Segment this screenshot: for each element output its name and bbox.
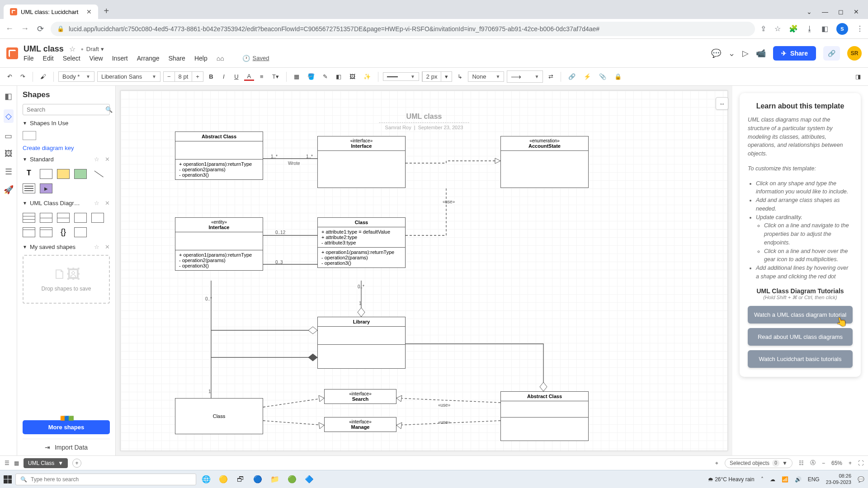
taskbar-edge-icon[interactable]: 🔵 [251,473,264,486]
rail-data-icon[interactable]: ☰ [5,167,12,177]
downloads-icon[interactable]: ⭳ [806,25,813,33]
saved-shapes-dropzone[interactable]: 🗋🖼 Drop shapes to save [23,255,110,304]
link-icon[interactable]: 🔗 [566,71,578,82]
create-diagram-key-link[interactable]: Create diagram key [23,145,110,151]
zoom-out-icon[interactable]: − [822,460,825,466]
pin-icon[interactable]: ☆ [94,156,99,163]
font-name-select[interactable]: Liberation Sans▼ [97,71,160,82]
marketplace-icon[interactable]: ⌂⌂ [217,55,224,62]
canvas-resize-handle[interactable]: ↔ [716,97,728,110]
panels-toggle-icon[interactable]: ◨ [853,71,863,82]
shape-package-2[interactable] [40,227,52,237]
taskbar-cortana-icon[interactable]: 🟡 [217,473,230,486]
search-icon[interactable]: 🔍 [105,106,113,113]
font-size-stepper[interactable]: − 8 pt + [163,71,203,82]
shape-text[interactable]: T [23,169,35,179]
section-standard[interactable]: ▼Standard ☆ ✕ [23,156,110,163]
increase-icon[interactable]: + [192,72,203,81]
saved-indicator[interactable]: 🕐 Saved [242,55,269,62]
weather-widget[interactable]: 🌧 26°C Heavy rain [708,476,755,483]
add-page-button[interactable]: + [72,459,81,468]
tray-volume-icon[interactable]: 🔊 [795,476,802,483]
menu-insert[interactable]: Insert [112,55,128,62]
bookmark-star-icon[interactable]: ☆ [774,24,781,33]
kebab-menu-icon[interactable]: ⋮ [856,24,863,33]
pin-icon[interactable]: ☆ [94,200,99,206]
bucket-icon[interactable]: 🪣 [305,71,317,82]
menu-view[interactable]: View [90,55,103,62]
selected-objects-pill[interactable]: Selected objects 0 ▼ [725,458,793,468]
zoom-in-icon[interactable]: + [849,460,852,466]
menu-edit[interactable]: Edit [43,55,54,62]
menu-help[interactable]: Help [194,55,208,62]
node-entity-interface[interactable]: «entity»Interface + operation1(params):r… [175,217,263,271]
node-library[interactable]: Library [317,317,406,369]
diagram-key-swatch[interactable] [23,131,36,140]
comment-icon[interactable]: 💬 [711,48,721,58]
tray-language[interactable]: ENG [808,476,820,483]
fullscreen-icon[interactable]: ⛶ [858,460,863,466]
shape-rect[interactable] [40,169,52,179]
window-close-icon[interactable]: ✕ [854,8,859,15]
image-icon[interactable]: 🖼 [347,71,358,82]
rail-panel-icon[interactable]: ◧ [5,91,12,101]
italic-button[interactable]: I [219,71,229,82]
bold-button[interactable]: B [206,71,216,82]
shape-list[interactable] [23,183,35,193]
new-tab-button[interactable]: + [104,6,109,16]
line-width-stepper[interactable]: 2 px ▾ [422,71,453,82]
lucidchart-logo[interactable] [6,47,18,59]
close-section-icon[interactable]: ✕ [105,156,110,163]
tutorial-read-button[interactable]: Read about UML class diagrams [748,328,853,346]
share-button[interactable]: ✈ Share [773,46,816,61]
text-options-button[interactable]: T▾ [269,71,282,82]
border-color-button[interactable]: ✎ [320,71,330,82]
undo-icon[interactable]: ↶ [5,71,15,82]
nav-reload-icon[interactable]: ⟳ [35,24,45,34]
user-avatar[interactable]: SR [847,46,862,61]
node-manage[interactable]: «interface»Manage [324,417,396,432]
format-painter-icon[interactable]: 🖌 [38,71,49,82]
menu-arrange[interactable]: Arrange [137,55,160,62]
shape-constraint[interactable] [74,227,87,237]
menu-share[interactable]: Share [169,55,185,62]
fill-color-button[interactable]: ▦ [291,71,302,82]
shape-style-button[interactable]: ◧ [333,71,344,82]
extensions-icon[interactable]: 🧩 [789,24,798,33]
shape-package[interactable] [23,227,35,237]
node-class-2[interactable]: Class [175,398,263,434]
end-arrow-select[interactable]: ⟶▼ [507,70,543,83]
tray-clock[interactable]: 08:2623-09-2023 [826,473,851,485]
taskbar-chrome-icon[interactable]: 🟢 [286,473,298,486]
copy-link-button[interactable]: 🔗 [823,46,840,61]
camera-icon[interactable]: 📹 [756,48,766,58]
node-account-state[interactable]: «enumeration»AccountState [500,136,589,188]
sidepanel-icon[interactable]: ◧ [821,24,828,33]
menu-file[interactable]: File [24,55,34,62]
start-arrow-select[interactable]: None▼ [468,71,504,82]
node-class[interactable]: Class + attribute1:type = defaultValue +… [317,217,406,268]
line-shape-icon[interactable]: ↳ [455,71,465,82]
canvas-viewport[interactable]: ↔ UML class Samrat Roy | September 23, 2… [116,86,732,455]
draft-status[interactable]: Draft ▾ [81,46,104,52]
taskbar-explorer-icon[interactable]: 📁 [269,473,281,486]
pin-icon[interactable]: ☆ [94,244,99,250]
shape-brace[interactable]: {} [57,227,70,237]
align-button[interactable]: ≡ [257,71,267,82]
decrease-icon[interactable]: − [164,72,175,81]
lock-icon[interactable]: 🔒 [612,71,624,82]
magic-wand-icon[interactable]: ✨ [361,71,373,82]
close-section-icon[interactable]: ✕ [105,244,110,250]
rail-rocket-icon[interactable]: 🚀 [4,185,14,195]
shape-class-3[interactable] [23,213,35,223]
action-icon[interactable]: ⚡ [581,71,594,82]
redo-icon[interactable]: ↷ [18,71,28,82]
shape-block[interactable] [74,169,87,179]
taskbar-word-icon[interactable]: 🔷 [303,473,316,486]
shape-class-2b[interactable] [57,213,70,223]
document-title[interactable]: UML class [24,44,64,54]
layers-icon[interactable]: ☷ [799,460,804,466]
canvas-title-block[interactable]: UML class Samrat Roy | September 23, 202… [379,113,469,130]
section-shapes-in-use[interactable]: ▼Shapes In Use [23,120,110,127]
profile-avatar[interactable]: S [836,23,848,35]
